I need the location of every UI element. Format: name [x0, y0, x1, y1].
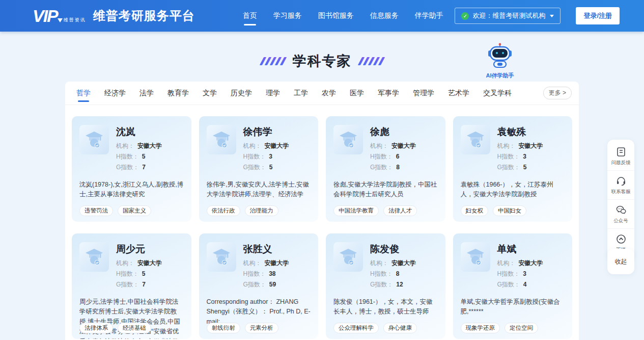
expert-avatar [333, 242, 363, 272]
tab-management[interactable]: 管理学 [413, 82, 434, 104]
expert-tag[interactable]: 妇女权 [461, 205, 489, 216]
tab-philosophy[interactable]: 哲学 [76, 82, 91, 104]
tab-agriculture[interactable]: 农学 [322, 82, 336, 104]
g-index-label: G指数： [497, 164, 520, 171]
expert-tag[interactable]: 射线衍射 [207, 323, 240, 333]
logo-triangle-icon [58, 18, 63, 22]
h-index-value: 3 [523, 153, 526, 160]
org-value: 安徽大学 [137, 259, 162, 267]
expert-card[interactable]: 徐伟学 机构：安徽大学 H指数：3 G指数：5 徐伟学,男,安徽安庆人,法学博士… [199, 116, 319, 222]
org-label: 机构： [497, 142, 516, 149]
expert-tag[interactable]: 经济基础 [118, 323, 151, 333]
scholar-cap-icon [211, 247, 232, 267]
expert-name: 周少元 [116, 243, 162, 256]
nav-item-info-services[interactable]: 信息服务 [369, 7, 400, 24]
more-tabs-button[interactable]: 更多 > [543, 87, 572, 99]
expert-tag[interactable]: 中国妇女 [493, 205, 526, 216]
expert-avatar [461, 242, 490, 272]
org-value: 安徽大学 [391, 142, 416, 149]
expert-description: 袁敏殊（1966-），女，江苏泰州人，安徽大学法学院副教授 [461, 180, 565, 200]
scholar-cap-icon [84, 247, 104, 267]
tab-military[interactable]: 军事学 [378, 82, 399, 104]
login-register-button[interactable]: 登录/注册 [576, 7, 620, 24]
verified-check-icon: ✓ [461, 12, 469, 20]
nav-item-study-services[interactable]: 学习服务 [272, 7, 303, 24]
expert-cards-grid: 沈岚 机构：安徽大学 H指数：5 G指数：7 沈岚(1978-),女,浙江义乌人… [65, 105, 579, 339]
expert-card[interactable]: 周少元 机构：安徽大学 H指数：5 G指数：7 周少元,法学博士,中国社会科学院… [72, 233, 191, 339]
tab-education[interactable]: 教育学 [167, 82, 189, 104]
g-index-label: G指数： [497, 281, 520, 288]
account-dropdown[interactable]: ✓ 欢迎：维普考研测试机构 [455, 8, 561, 24]
expert-avatar [207, 242, 236, 272]
vip-logo[interactable]: VIP 维普资讯 [33, 8, 86, 24]
expert-tag[interactable]: 身心健康 [383, 323, 417, 333]
org-value: 安徽大学 [391, 259, 416, 267]
expert-tag[interactable]: 定位空间 [505, 323, 538, 333]
scholar-cap-icon [338, 129, 358, 150]
expert-tag[interactable]: 公众理解科学 [333, 323, 379, 333]
expert-tag[interactable]: 元素分析 [245, 323, 278, 333]
title-stripes-right-icon [360, 57, 383, 65]
expert-card[interactable]: 陈发俊 机构：安徽大学 H指数：8 G指数：12 陈发俊（1961-），女，本文… [326, 233, 445, 339]
expert-card[interactable]: 沈岚 机构：安徽大学 H指数：5 G指数：7 沈岚(1978-),女,浙江义乌人… [72, 116, 191, 222]
contact-support-button[interactable]: 联系客服 [607, 170, 634, 199]
h-index-value: 5 [142, 153, 146, 160]
tab-law[interactable]: 法学 [139, 82, 154, 104]
tab-economics[interactable]: 经济学 [104, 82, 126, 104]
h-index-label: H指数： [243, 270, 266, 277]
expert-card[interactable]: 袁敏殊 机构：安徽大学 H指数：3 G指数：5 袁敏殊（1966-），女，江苏泰… [453, 116, 573, 222]
wechat-official-button[interactable]: 公众号 [607, 199, 634, 228]
collapse-panel-button[interactable]: 收起 [607, 249, 634, 274]
expert-avatar [207, 125, 236, 154]
tab-history[interactable]: 历史学 [231, 82, 252, 104]
h-index-label: H指数： [497, 153, 520, 160]
expert-name: 徐伟学 [243, 125, 289, 139]
g-index-label: G指数： [370, 281, 393, 288]
expert-card[interactable]: 张胜义 机构：安徽大学 H指数：38 G指数：59 Corresponding … [199, 233, 319, 339]
h-index-value: 8 [396, 270, 400, 277]
h-index-label: H指数： [116, 270, 139, 277]
org-label: 机构： [243, 259, 262, 267]
expert-tag[interactable]: 法律人才 [383, 205, 417, 216]
to-top-icon [615, 233, 627, 245]
tab-interdisciplinary[interactable]: 交叉学科 [483, 82, 512, 104]
nav-item-study-assistant[interactable]: 伴学助手 [414, 7, 444, 24]
headset-icon [615, 175, 627, 187]
org-label: 机构： [497, 259, 516, 267]
expert-tag[interactable]: 中国法学教育 [333, 205, 379, 216]
expert-tag[interactable]: 违警罚法 [79, 205, 113, 216]
expert-tag[interactable]: 治理能力 [245, 205, 278, 216]
h-index-label: H指数： [370, 153, 393, 160]
h-index-label: H指数： [370, 270, 393, 277]
logo-subtext: 维普资讯 [64, 17, 86, 23]
org-value: 安徽大学 [519, 142, 543, 149]
tab-literature[interactable]: 文学 [203, 82, 217, 104]
scholar-cap-icon [465, 247, 486, 267]
expert-tag[interactable]: 依法行政 [207, 205, 240, 216]
expert-avatar [461, 125, 490, 154]
h-index-value: 3 [269, 153, 272, 160]
feedback-label: 问题反馈 [608, 159, 633, 166]
ai-assistant-button[interactable]: AI伴学助手 [484, 43, 516, 80]
g-index-value: 7 [142, 164, 146, 171]
expert-description: 徐彪,安徽大学法学院副教授，中国社会科学院博士后研究人员 [333, 180, 438, 200]
experts-panel: 哲学 经济学 法学 教育学 文学 历史学 理学 工学 农学 医学 军事学 管理学… [65, 82, 579, 340]
scholar-cap-icon [338, 247, 358, 267]
org-label: 机构： [370, 259, 388, 267]
h-index-value: 3 [523, 270, 526, 277]
nav-item-library-services[interactable]: 图书馆服务 [317, 7, 355, 24]
expert-tag[interactable]: 法律体系 [79, 323, 113, 333]
expert-card[interactable]: 徐彪 机构：安徽大学 H指数：6 G指数：8 徐彪,安徽大学法学院副教授，中国社… [326, 116, 445, 222]
expert-tag[interactable]: 现象学还原 [461, 323, 500, 333]
tab-engineering[interactable]: 工学 [294, 82, 308, 104]
h-index-value: 6 [396, 153, 400, 160]
expert-card[interactable]: 单斌 机构：安徽大学 H指数：3 G指数：4 单斌,安徽大学哲学系副教授(安徽合… [453, 233, 573, 339]
feedback-button[interactable]: 问题反馈 [607, 142, 634, 170]
expert-description: 单斌,安徽大学哲学系副教授(安徽合肥,****** [461, 297, 565, 317]
nav-item-home[interactable]: 首页 [242, 7, 258, 24]
floating-tools-panel: 问题反馈 联系客服 公众号 置顶 [607, 140, 634, 259]
expert-tag[interactable]: 国家主义 [118, 205, 151, 216]
tab-science[interactable]: 理学 [266, 82, 280, 104]
tab-art[interactable]: 艺术学 [448, 82, 469, 104]
tab-medicine[interactable]: 医学 [350, 82, 364, 104]
